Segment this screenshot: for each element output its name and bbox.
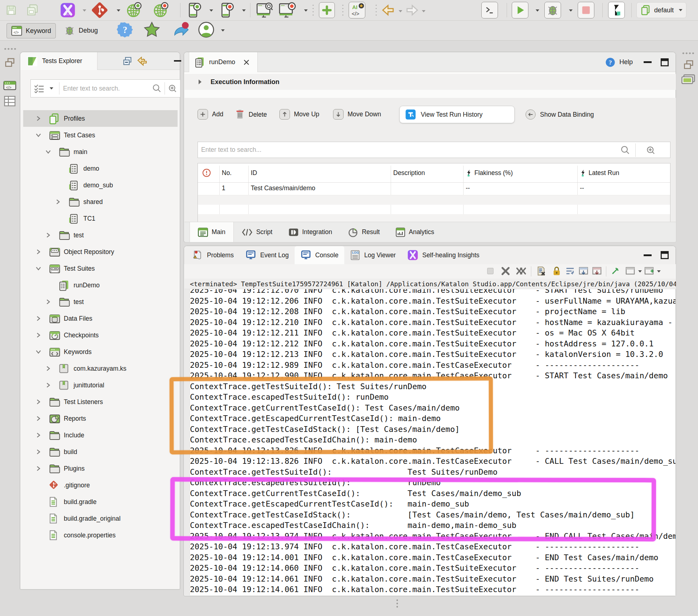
chevron-right-icon[interactable] — [36, 449, 41, 455]
save-all-icon[interactable] — [26, 3, 40, 17]
show-data-binding-button[interactable]: Show Data Binding — [525, 106, 594, 123]
debug-run-icon[interactable] — [544, 2, 561, 18]
view-test-run-history-button[interactable]: View Test Run History — [399, 106, 515, 123]
link-with-editor-icon[interactable] — [137, 56, 149, 67]
console-tab-event-log[interactable]: Event Log — [240, 246, 295, 264]
show-console-when-err-icon[interactable] — [592, 266, 602, 276]
tree-item--gitignore[interactable]: .gitignore — [23, 477, 178, 494]
share-icon[interactable] — [172, 22, 189, 37]
chevron-down-icon[interactable] — [36, 349, 41, 355]
show-console-when-out-icon[interactable] — [578, 266, 589, 276]
save-icon[interactable] — [5, 3, 17, 17]
self-healing-icon[interactable]: SELF- — [60, 3, 75, 17]
tree-item-build-gradle[interactable]: build.gradle — [23, 494, 178, 510]
tree-item-plugins[interactable]: Plugins — [23, 460, 178, 477]
account-dropdown[interactable] — [221, 29, 225, 32]
move-down-button[interactable]: Move Down — [333, 109, 381, 120]
column-header-latest-run[interactable]: Latest Run — [580, 163, 619, 182]
record-mobile-icon[interactable] — [186, 3, 202, 17]
favorite-star-icon[interactable] — [144, 22, 160, 37]
record-web-icon[interactable] — [126, 3, 143, 17]
stop-icon[interactable] — [578, 2, 594, 18]
back-dropdown[interactable] — [399, 10, 402, 12]
tree-item-data-files[interactable]: Data Files — [23, 310, 178, 327]
filter-dropdown[interactable] — [50, 87, 53, 90]
record-mobile-dropdown[interactable] — [209, 9, 213, 12]
remove-all-launches-icon[interactable] — [516, 266, 526, 276]
delete-button[interactable]: Delete — [235, 109, 267, 120]
chevron-right-icon[interactable] — [36, 399, 41, 405]
tab-analytics[interactable]: Analytics — [388, 222, 442, 242]
minimize-icon[interactable] — [174, 60, 181, 62]
tree-item-test-suites[interactable]: Test Suites — [23, 260, 178, 277]
tree-item-rundemo[interactable]: runDemo — [23, 277, 178, 294]
chevron-right-icon[interactable] — [36, 249, 41, 255]
tab-tests-explorer[interactable]: Tests Explorer — [20, 52, 97, 70]
console-tab-self-healing-insights[interactable]: Self-healing Insights — [402, 246, 485, 264]
katalon-tool-icon[interactable] — [608, 2, 625, 18]
help-button[interactable]: ? Help — [605, 52, 633, 72]
tree-item-demo[interactable]: demo — [23, 160, 178, 177]
table-row[interactable]: 1Test Cases/main/demo---- — [198, 183, 670, 195]
minimize-icon[interactable] — [644, 61, 652, 63]
minimize-icon[interactable] — [644, 254, 652, 256]
display-selected-console-icon[interactable] — [625, 266, 635, 276]
help-icon[interactable]: ? — [117, 22, 133, 37]
close-tab-icon[interactable] — [243, 59, 250, 66]
chevron-right-icon[interactable] — [36, 432, 41, 438]
tree-item-test-cases[interactable]: Test Cases — [23, 127, 178, 143]
tab-script[interactable]: Script — [234, 222, 281, 242]
column-header-id[interactable]: ID — [251, 163, 257, 182]
console-tab-log-viewer[interactable]: LOGLog Viewer — [344, 246, 402, 264]
advanced-search-icon[interactable] — [646, 145, 656, 155]
terminate-icon[interactable] — [485, 266, 495, 276]
move-up-button[interactable]: Move Up — [279, 109, 319, 120]
column-header-flakiness-[interactable]: Flakiness (%) — [466, 163, 513, 182]
console-tab-console[interactable]: Console — [295, 246, 344, 264]
self-healing-dropdown[interactable] — [83, 9, 86, 12]
console-tab-problems[interactable]: Problems — [186, 246, 240, 264]
chevron-right-icon[interactable] — [36, 416, 41, 421]
editor-search[interactable]: Enter text to search... — [198, 142, 670, 158]
tree-item-console-properties[interactable]: console.properties — [23, 527, 178, 544]
chevron-right-icon[interactable] — [55, 199, 61, 205]
tab-rundemo[interactable]: runDemo — [189, 52, 258, 72]
minimized-panel-icon[interactable] — [681, 74, 695, 86]
chevron-down-icon[interactable] — [45, 149, 51, 155]
chevron-down-icon[interactable] — [36, 266, 41, 271]
chevron-right-icon[interactable] — [45, 232, 51, 238]
grid-panel-icon[interactable] — [4, 95, 16, 107]
advanced-search-icon[interactable] — [168, 84, 177, 93]
window-resize-grip[interactable] — [396, 599, 399, 608]
pin-console-icon[interactable] — [611, 266, 621, 276]
katalon-panel-icon[interactable]: </> — [3, 79, 17, 92]
chevron-right-icon[interactable] — [36, 466, 41, 471]
open-console-dropdown[interactable] — [657, 270, 661, 272]
record-desktop-dropdown[interactable] — [304, 9, 308, 12]
tree-item-build[interactable]: build — [23, 444, 178, 460]
clear-console-icon[interactable] — [536, 266, 546, 276]
chevron-right-icon[interactable] — [36, 316, 41, 321]
tree-item-build-gradle-original[interactable]: build.gradle_original — [23, 510, 178, 527]
chevron-down-icon[interactable] — [36, 132, 41, 138]
record-mobile-red-dropdown[interactable] — [242, 9, 246, 12]
tree-item-main[interactable]: main — [23, 143, 178, 160]
account-icon[interactable] — [198, 22, 215, 37]
search-icon[interactable] — [620, 145, 630, 155]
column-header-no-[interactable]: No. — [222, 163, 232, 182]
run-dropdown[interactable] — [536, 9, 539, 12]
filter-icon[interactable] — [34, 84, 45, 93]
open-console-icon[interactable] — [644, 266, 654, 276]
record-mobile-red-icon[interactable] — [219, 3, 235, 17]
tree-item-test-listeners[interactable]: Test Listeners — [23, 394, 178, 410]
keyword-button[interactable]: </> Keyword — [7, 23, 56, 38]
debug-dropdown[interactable] — [569, 9, 573, 12]
restore-views-icon[interactable] — [683, 59, 694, 70]
chevron-right-icon[interactable] — [45, 382, 51, 388]
spy-web-icon[interactable] — [256, 3, 274, 17]
chevron-right-icon[interactable] — [45, 299, 51, 305]
tree-item-reports[interactable]: Reports — [23, 410, 178, 427]
tree-item-test[interactable]: test — [23, 294, 178, 310]
forward-icon[interactable] — [404, 3, 419, 17]
tree-item-tc1[interactable]: TC1 — [23, 210, 178, 227]
